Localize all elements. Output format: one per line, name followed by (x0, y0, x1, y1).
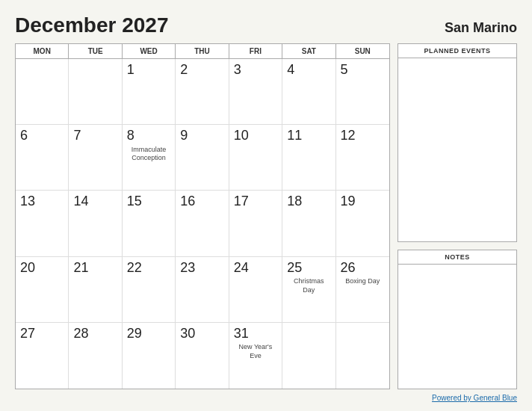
calendar-cell: 11 (282, 125, 335, 191)
calendar-cell: 26Boxing Day (336, 257, 389, 323)
day-header: WED (123, 44, 176, 58)
event-label: Immaculate Conception (127, 146, 170, 163)
day-number: 3 (234, 62, 241, 78)
day-number: 19 (341, 194, 356, 210)
calendar-cell: 14 (69, 191, 122, 256)
day-number: 1 (127, 62, 134, 78)
calendar-cell: 24 (229, 257, 282, 323)
calendar-cell: 27 (16, 323, 69, 389)
main-content: MONTUEWEDTHUFRISATSUN 12345678Immaculate… (15, 43, 517, 389)
planned-events-box: PLANNED EVENTS (398, 43, 517, 242)
day-number: 15 (127, 194, 142, 210)
calendar-cell: 19 (336, 191, 389, 256)
day-number: 2 (180, 62, 188, 78)
calendar-cell: 20 (16, 257, 69, 323)
calendar-cell: 18 (282, 191, 335, 256)
calendar-section: MONTUEWEDTHUFRISATSUN 12345678Immaculate… (15, 43, 390, 389)
calendar-cell: 7 (69, 125, 122, 191)
calendar-cell: 30 (176, 323, 229, 389)
day-header: SUN (336, 44, 389, 58)
day-header: THU (176, 44, 229, 58)
day-number: 6 (20, 128, 28, 144)
day-number: 21 (73, 260, 88, 276)
day-number: 18 (287, 194, 302, 210)
notes-box: NOTES (398, 250, 517, 389)
notes-body (398, 265, 516, 389)
country-title: San Marino (445, 20, 517, 36)
calendar-cell: 9 (176, 125, 229, 191)
calendar-cell: 3 (229, 59, 282, 125)
day-number: 24 (234, 260, 249, 276)
calendar-cell: 22 (123, 257, 176, 323)
day-number: 7 (73, 128, 81, 144)
day-header: MON (16, 44, 69, 58)
calendar-cell: 1 (123, 59, 176, 125)
planned-events-header: PLANNED EVENTS (398, 44, 516, 58)
calendar-cell: 8Immaculate Conception (123, 125, 176, 191)
day-number: 16 (180, 194, 195, 210)
day-number: 8 (127, 128, 134, 144)
day-number: 14 (73, 194, 88, 210)
side-section: PLANNED EVENTS NOTES (398, 43, 517, 389)
calendar-cell: 12 (336, 125, 389, 191)
day-number: 30 (180, 326, 195, 342)
calendar-cell: 16 (176, 191, 229, 256)
day-number: 12 (341, 128, 356, 144)
day-number: 20 (20, 260, 35, 276)
day-header: SAT (282, 44, 335, 58)
calendar-cell: 25Christmas Day (282, 257, 335, 323)
day-number: 31 (234, 326, 249, 342)
day-number: 27 (20, 326, 35, 342)
day-number: 22 (127, 260, 142, 276)
day-number: 23 (180, 260, 195, 276)
calendar-cell: 13 (16, 191, 69, 256)
calendar-cell (336, 323, 389, 389)
calendar-cell: 21 (69, 257, 122, 323)
footer: Powered by General Blue (15, 394, 517, 402)
day-number: 17 (234, 194, 249, 210)
day-header: FRI (229, 44, 282, 58)
calendar-cell: 2 (176, 59, 229, 125)
event-label: New Year's Eve (234, 343, 277, 360)
day-number: 13 (20, 194, 35, 210)
day-number: 26 (341, 260, 356, 276)
calendar-cell: 23 (176, 257, 229, 323)
calendar-cell (282, 323, 335, 389)
event-label: Boxing Day (341, 277, 385, 286)
day-number: 28 (73, 326, 88, 342)
calendar-grid: 12345678Immaculate Conception91011121314… (16, 59, 389, 389)
event-label: Christmas Day (287, 277, 330, 294)
day-number: 29 (127, 326, 142, 342)
day-headers: MONTUEWEDTHUFRISATSUN (16, 44, 389, 59)
calendar-cell: 28 (69, 323, 122, 389)
day-number: 9 (180, 128, 188, 144)
calendar-cell (16, 59, 69, 125)
calendar-cell: 17 (229, 191, 282, 256)
calendar-cell: 10 (229, 125, 282, 191)
notes-header: NOTES (398, 250, 516, 265)
month-year-title: December 2027 (15, 13, 168, 37)
planned-events-body (398, 58, 516, 241)
day-number: 4 (287, 62, 294, 78)
day-number: 5 (341, 62, 348, 78)
calendar-cell: 6 (16, 125, 69, 191)
calendar-cell: 5 (336, 59, 389, 125)
day-number: 10 (234, 128, 249, 144)
day-number: 25 (287, 260, 302, 276)
calendar-cell (69, 59, 122, 125)
powered-by-link[interactable]: Powered by General Blue (432, 394, 517, 402)
calendar-cell: 15 (123, 191, 176, 256)
calendar-cell: 29 (123, 323, 176, 389)
day-number: 11 (287, 128, 302, 144)
day-header: TUE (69, 44, 122, 58)
header-row: December 2027 San Marino (15, 13, 517, 37)
calendar-cell: 31New Year's Eve (229, 323, 282, 389)
calendar-cell: 4 (282, 59, 335, 125)
calendar-page: December 2027 San Marino MONTUEWEDTHUFRI… (0, 0, 532, 411)
